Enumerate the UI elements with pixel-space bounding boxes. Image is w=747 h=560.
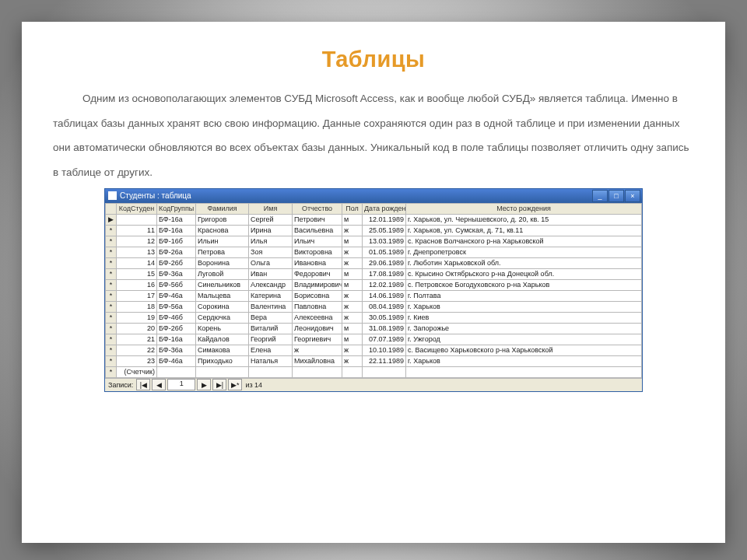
- table-cell[interactable]: Симакова: [196, 345, 249, 355]
- table-cell[interactable]: 30.05.1989: [363, 312, 406, 323]
- table-cell[interactable]: Зоя: [249, 247, 293, 257]
- table-cell[interactable]: г. Днепропетровск: [406, 247, 642, 257]
- table-row[interactable]: *12БФ-16бИльинИльяИльичм13.03.1989с. Кра…: [106, 236, 642, 247]
- maximize-button[interactable]: □: [608, 190, 624, 202]
- col-header[interactable]: Дата рожден: [363, 203, 406, 214]
- table-cell[interactable]: г. Харьков: [406, 301, 642, 312]
- table-cell[interactable]: ж: [342, 257, 363, 268]
- table-cell[interactable]: 17: [117, 290, 157, 301]
- col-header[interactable]: Место рождения: [406, 203, 642, 214]
- table-cell[interactable]: *: [106, 312, 117, 323]
- table-cell[interactable]: г. Полтава: [406, 290, 642, 301]
- table-cell[interactable]: Ирина: [249, 225, 293, 236]
- table-cell[interactable]: с. Крысино Октябрьского р-на Донецкой об…: [406, 268, 642, 279]
- table-cell[interactable]: 01.05.1989: [363, 247, 406, 257]
- table-cell[interactable]: Валентина: [249, 301, 293, 312]
- table-cell[interactable]: Воронина: [196, 257, 249, 268]
- table-cell[interactable]: Павловна: [293, 301, 342, 312]
- table-cell[interactable]: м: [342, 334, 363, 345]
- table-cell[interactable]: 10.10.1989: [363, 345, 406, 355]
- table-row[interactable]: *21БФ-16аКайдаловГеоргийГеоргиевичм07.07…: [106, 334, 642, 345]
- table-row[interactable]: *20БФ-26бКореньВиталийЛеонидовичм31.08.1…: [106, 323, 642, 334]
- table-cell[interactable]: 29.06.1989: [363, 257, 406, 268]
- table-row[interactable]: *11БФ-16аКрасноваИринаВасильевнаж25.05.1…: [106, 225, 642, 236]
- table-row[interactable]: *14БФ-26бВоронинаОльгаИвановнаж29.06.198…: [106, 257, 642, 268]
- table-cell[interactable]: [249, 366, 293, 377]
- table-cell[interactable]: *: [106, 334, 117, 345]
- col-header[interactable]: Пол: [342, 203, 363, 214]
- table-cell[interactable]: 22: [117, 345, 157, 355]
- table-cell[interactable]: *: [106, 268, 117, 279]
- table-cell[interactable]: 16: [117, 279, 157, 290]
- table-cell[interactable]: ж: [342, 355, 363, 366]
- titlebar[interactable]: Студенты : таблица _ □ ×: [105, 189, 642, 203]
- table-cell[interactable]: Кайдалов: [196, 334, 249, 345]
- table-cell[interactable]: м: [342, 236, 363, 247]
- table-cell[interactable]: 07.07.1989: [363, 334, 406, 345]
- close-button[interactable]: ×: [625, 190, 640, 202]
- table-cell[interactable]: *: [106, 366, 117, 377]
- datasheet[interactable]: КодСтуденКодГруппыФамилияИмяОтчествоПолД…: [105, 203, 642, 378]
- table-cell[interactable]: *: [106, 257, 117, 268]
- table-cell[interactable]: 22.11.1989: [363, 355, 406, 366]
- table-cell[interactable]: *: [106, 279, 117, 290]
- table-cell[interactable]: Ильич: [293, 236, 342, 247]
- table-cell[interactable]: Георгиевич: [293, 334, 342, 345]
- nav-record-input[interactable]: 1: [167, 379, 195, 390]
- table-cell[interactable]: БФ-46а: [157, 355, 196, 366]
- table-cell[interactable]: м: [342, 268, 363, 279]
- table-cell[interactable]: ▶: [106, 214, 117, 225]
- table-cell[interactable]: Наталья: [249, 355, 293, 366]
- table-cell[interactable]: Ольга: [249, 257, 293, 268]
- table-cell[interactable]: ж: [342, 345, 363, 355]
- table-cell[interactable]: Алексеевна: [293, 312, 342, 323]
- table-cell[interactable]: БФ-16а: [157, 225, 196, 236]
- table-cell[interactable]: БФ-36а: [157, 345, 196, 355]
- table-cell[interactable]: Федорович: [293, 268, 342, 279]
- table-row[interactable]: *23БФ-46аПриходькоНатальяМихайловнаж22.1…: [106, 355, 642, 366]
- table-cell[interactable]: 11: [117, 225, 157, 236]
- table-cell[interactable]: м: [342, 214, 363, 225]
- table-row[interactable]: *17БФ-46аМальцеваКатеринаБорисовнаж14.06…: [106, 290, 642, 301]
- table-cell[interactable]: 20: [117, 323, 157, 334]
- table-cell[interactable]: Георгий: [249, 334, 293, 345]
- table-cell[interactable]: м: [342, 279, 363, 290]
- table-cell[interactable]: Сердючка: [196, 312, 249, 323]
- table-cell[interactable]: 23: [117, 355, 157, 366]
- table-cell[interactable]: ж: [342, 247, 363, 257]
- table-cell[interactable]: с. Васищево Харьковского р-на Харьковско…: [406, 345, 642, 355]
- table-cell[interactable]: г. Харьков: [406, 355, 642, 366]
- table-cell[interactable]: Вера: [249, 312, 293, 323]
- table-row[interactable]: *13БФ-26аПетроваЗояВикторовнаж01.05.1989…: [106, 247, 642, 257]
- table-cell[interactable]: Петрова: [196, 247, 249, 257]
- table-cell[interactable]: ж: [342, 225, 363, 236]
- table-cell[interactable]: Синельников: [196, 279, 249, 290]
- nav-last-button[interactable]: ▶|: [212, 379, 226, 390]
- table-cell[interactable]: [293, 366, 342, 377]
- nav-next-button[interactable]: ▶: [197, 379, 211, 390]
- table-cell[interactable]: [342, 366, 363, 377]
- table-cell[interactable]: Ильин: [196, 236, 249, 247]
- col-header[interactable]: Отчество: [293, 203, 342, 214]
- table-cell[interactable]: БФ-56а: [157, 301, 196, 312]
- table-cell[interactable]: м: [342, 323, 363, 334]
- col-header[interactable]: КодГруппы: [157, 203, 196, 214]
- table-cell[interactable]: с. Петровское Богодуховского р-на Харько…: [406, 279, 642, 290]
- table-row[interactable]: ▶БФ-16аГригоровСергейПетровичм12.01.1989…: [106, 214, 642, 225]
- table-cell[interactable]: *: [106, 225, 117, 236]
- table-cell[interactable]: г. Харьков, ул. Чернышевского, д. 20, кв…: [406, 214, 642, 225]
- nav-prev-button[interactable]: ◀: [152, 379, 166, 390]
- table-cell[interactable]: г. Люботин Харьковской обл.: [406, 257, 642, 268]
- table-cell[interactable]: БФ-26б: [157, 257, 196, 268]
- table-cell[interactable]: БФ-16а: [157, 334, 196, 345]
- table-cell[interactable]: *: [106, 301, 117, 312]
- table-cell[interactable]: ж: [342, 301, 363, 312]
- col-header[interactable]: КодСтуден: [117, 203, 157, 214]
- table-cell[interactable]: *: [106, 345, 117, 355]
- table-cell[interactable]: [363, 366, 406, 377]
- table-cell[interactable]: 12: [117, 236, 157, 247]
- col-header[interactable]: Имя: [249, 203, 293, 214]
- table-cell[interactable]: 18: [117, 301, 157, 312]
- table-cell[interactable]: БФ-56б: [157, 279, 196, 290]
- table-cell[interactable]: г. Ужгород: [406, 334, 642, 345]
